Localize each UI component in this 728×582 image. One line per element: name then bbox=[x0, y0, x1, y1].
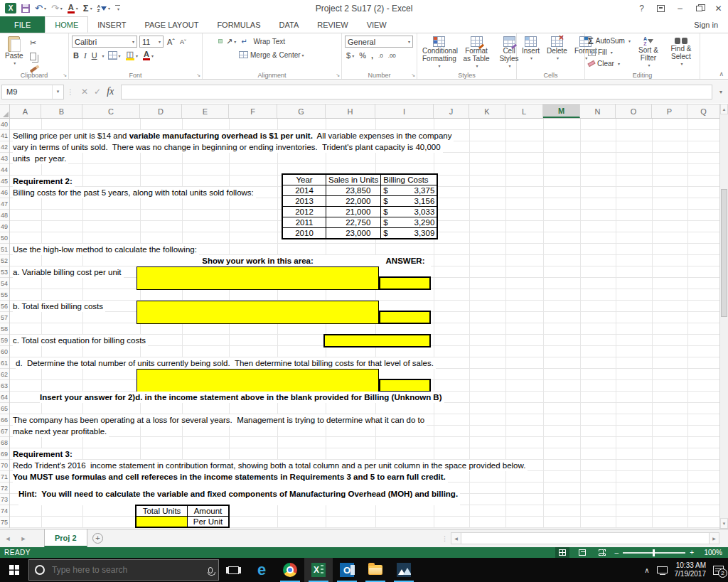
zoom-slider[interactable] bbox=[623, 552, 685, 554]
copy-icon[interactable] bbox=[28, 50, 38, 62]
tab-splitter-handle[interactable]: ⋮ bbox=[439, 529, 451, 547]
align-left-icon[interactable] bbox=[205, 53, 210, 57]
row-header[interactable]: 53 bbox=[0, 266, 9, 278]
row-header[interactable]: 74 bbox=[0, 505, 9, 517]
row-header[interactable]: 55 bbox=[0, 289, 9, 301]
row-header[interactable]: 41 bbox=[0, 130, 9, 141]
name-box[interactable]: M9 ▾ bbox=[1, 85, 64, 99]
next-sheet-icon[interactable]: ► bbox=[16, 529, 31, 547]
orientation-icon[interactable]: ↗▾ bbox=[225, 36, 237, 47]
decrease-font-icon[interactable]: Aˇ bbox=[178, 36, 188, 48]
autosum-icon[interactable]: Σ▾ bbox=[82, 2, 94, 15]
increase-font-icon[interactable]: Aˆ bbox=[166, 36, 176, 48]
row-header[interactable]: 56 bbox=[0, 301, 9, 312]
row-header[interactable]: 46 bbox=[0, 187, 9, 198]
tab-view[interactable]: VIEW bbox=[358, 16, 396, 33]
zoom-level[interactable]: 100% bbox=[700, 549, 722, 556]
alignment-dialog-launcher-icon[interactable]: ↘ bbox=[336, 72, 340, 78]
new-sheet-button[interactable]: + bbox=[87, 529, 109, 547]
search-input[interactable] bbox=[50, 564, 203, 576]
row-header[interactable]: 62 bbox=[0, 369, 9, 380]
clipboard-dialog-launcher-icon[interactable]: ↘ bbox=[63, 72, 67, 78]
row-header[interactable]: 60 bbox=[0, 346, 9, 357]
autosum-button[interactable]: ΣAutoSum▾ bbox=[588, 36, 631, 45]
row-header[interactable]: 67 bbox=[0, 426, 9, 437]
row-header[interactable]: 54 bbox=[0, 278, 9, 289]
row-header[interactable]: 45 bbox=[0, 176, 9, 187]
top-align-icon[interactable] bbox=[205, 39, 210, 43]
name-box-dropdown-icon[interactable]: ▾ bbox=[52, 85, 63, 99]
tab-home[interactable]: HOME bbox=[45, 16, 88, 33]
work-area-d[interactable] bbox=[136, 369, 379, 392]
column-header[interactable]: B bbox=[41, 104, 82, 118]
delete-cells-button[interactable]: Delete▾ bbox=[545, 36, 569, 63]
bold-button[interactable]: B bbox=[72, 50, 80, 61]
increase-decimal-icon[interactable]: .0 bbox=[377, 50, 385, 61]
restore-icon[interactable] bbox=[690, 1, 709, 16]
underline-button[interactable]: U bbox=[90, 50, 99, 61]
row-header[interactable]: 44 bbox=[0, 164, 9, 176]
column-header[interactable]: J bbox=[434, 104, 469, 118]
page-layout-view-icon[interactable] bbox=[575, 547, 589, 558]
answer-box-d[interactable] bbox=[379, 379, 431, 392]
row-header[interactable]: 65 bbox=[0, 403, 9, 414]
merge-center-button[interactable]: Merge & Center▾ bbox=[237, 49, 306, 60]
column-header[interactable]: F bbox=[229, 104, 277, 118]
column-header[interactable]: O bbox=[616, 104, 652, 118]
photos-button[interactable] bbox=[390, 558, 418, 582]
paste-button[interactable]: Paste▾ bbox=[3, 36, 26, 68]
row-header[interactable]: 73 bbox=[0, 494, 9, 505]
fill-color-icon[interactable]: ◫▾ bbox=[124, 50, 139, 61]
row-header[interactable]: 57 bbox=[0, 312, 9, 323]
row-header[interactable]: 52 bbox=[0, 255, 9, 266]
wrap-text-button[interactable]: ↵ Wrap Text bbox=[240, 36, 287, 47]
row-header[interactable]: 71 bbox=[0, 471, 9, 483]
save-icon[interactable] bbox=[20, 2, 31, 15]
undo-icon[interactable]: ↶▾ bbox=[33, 2, 48, 15]
column-header[interactable]: K bbox=[469, 104, 505, 118]
fill-button[interactable]: ↓Fill▾ bbox=[588, 48, 631, 57]
customize-qat-icon[interactable]: ▾ bbox=[114, 2, 122, 15]
help-icon[interactable]: ? bbox=[632, 1, 651, 16]
enter-formula-icon[interactable]: ✓ bbox=[94, 87, 101, 97]
excel-taskbar-button[interactable]: X bbox=[304, 558, 333, 582]
collapse-ribbon-icon[interactable]: ∧ bbox=[719, 70, 724, 77]
work-area-a[interactable] bbox=[136, 266, 379, 290]
cells-area[interactable]: Selling price per unit is $14 and variab… bbox=[10, 119, 719, 528]
taskbar-search-box[interactable] bbox=[28, 559, 219, 581]
zoom-out-icon[interactable]: – bbox=[615, 549, 619, 556]
normal-view-icon[interactable] bbox=[555, 547, 569, 558]
row-header[interactable]: 66 bbox=[0, 414, 9, 426]
column-header[interactable]: N bbox=[580, 104, 616, 118]
tab-formulas[interactable]: FORMULAS bbox=[208, 16, 269, 33]
row-header[interactable]: 63 bbox=[0, 380, 9, 392]
zoom-slider-thumb[interactable] bbox=[653, 549, 655, 556]
align-center-icon[interactable] bbox=[212, 53, 216, 57]
row-header[interactable]: 51 bbox=[0, 244, 9, 255]
font-dialog-launcher-icon[interactable]: ↘ bbox=[196, 72, 200, 78]
scroll-up-icon[interactable]: ▲ bbox=[720, 104, 728, 114]
ribbon-display-options-icon[interactable] bbox=[651, 1, 670, 16]
vertical-scrollbar[interactable]: ▲ ▼ bbox=[719, 104, 728, 529]
sign-in-link[interactable]: Sign in bbox=[694, 16, 728, 33]
tab-file[interactable]: FILE bbox=[0, 16, 45, 33]
tab-page-layout[interactable]: PAGE LAYOUT bbox=[135, 16, 208, 33]
column-header[interactable]: H bbox=[326, 104, 375, 118]
number-format-select[interactable]: General▾ bbox=[345, 36, 413, 48]
font-color-icon[interactable]: A▾ bbox=[66, 2, 80, 15]
formula-input[interactable] bbox=[121, 85, 712, 99]
vertical-scroll-thumb[interactable] bbox=[721, 189, 727, 317]
sheet-tab-proj2[interactable]: Proj 2 bbox=[44, 529, 87, 547]
font-family-select[interactable]: Calibri▾ bbox=[72, 36, 137, 48]
work-area-b[interactable] bbox=[136, 301, 379, 324]
tab-review[interactable]: REVIEW bbox=[308, 16, 357, 33]
cut-icon[interactable]: ✂ bbox=[28, 37, 38, 48]
start-button[interactable] bbox=[0, 558, 28, 582]
tab-insert[interactable]: INSERT bbox=[88, 16, 135, 33]
insert-function-icon[interactable]: fx bbox=[107, 86, 114, 97]
scroll-right-icon[interactable]: ▶ bbox=[709, 532, 719, 544]
sheet-grid[interactable]: 4041424344454647484950515253545556575859… bbox=[0, 119, 719, 529]
font-color-icon[interactable]: A▾ bbox=[141, 50, 155, 61]
row-header[interactable]: 40 bbox=[0, 119, 9, 130]
format-as-table-button[interactable]: Format as Table▾ bbox=[460, 36, 493, 71]
